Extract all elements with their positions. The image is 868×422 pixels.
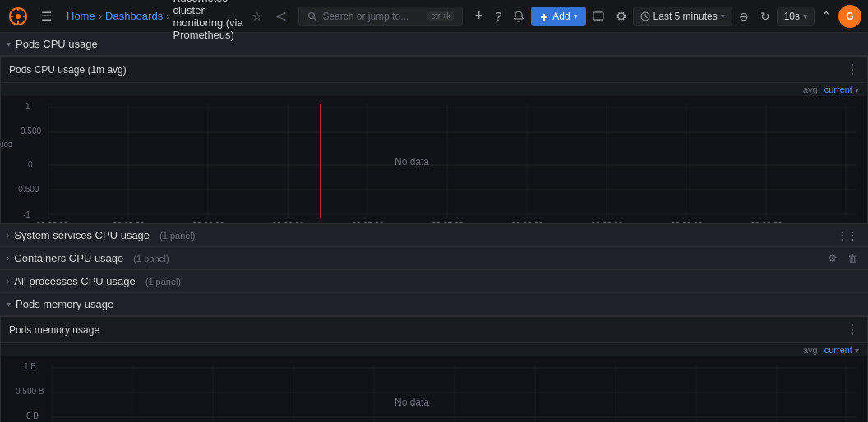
pods-memory-section-header[interactable]: ▾ Pods memory usage bbox=[0, 293, 868, 316]
svg-text:-0.500: -0.500 bbox=[16, 185, 39, 194]
pods-memory-panel-menu[interactable]: ⋮ bbox=[846, 322, 859, 337]
topbar: ☰ Home › Dashboards › Kubernetes cluster… bbox=[0, 0, 868, 33]
interval-label: 10s bbox=[784, 11, 800, 22]
svg-text:0.500 B: 0.500 B bbox=[16, 387, 44, 396]
pods-cpu-chart-area: cores 1 0.500 0 -0.500 -1 bbox=[1, 96, 867, 223]
svg-text:1: 1 bbox=[25, 102, 30, 111]
memory-legend-avg[interactable]: avg bbox=[803, 345, 818, 355]
svg-point-1 bbox=[16, 14, 21, 19]
pods-memory-chart-area: 1 B 0.500 B 0 B -0.500 B No data bbox=[1, 356, 867, 422]
menu-icon[interactable]: ☰ bbox=[36, 6, 57, 27]
pods-cpu-y-axis-label: cores bbox=[0, 138, 67, 153]
svg-text:22:05:00: 22:05:00 bbox=[36, 222, 68, 223]
svg-point-7 bbox=[277, 15, 279, 17]
containers-cpu-chevron: › bbox=[7, 254, 9, 263]
memory-legend-current[interactable]: current ▾ bbox=[824, 345, 859, 355]
system-services-actions: ⋮⋮ bbox=[833, 227, 861, 243]
legend-avg[interactable]: avg bbox=[803, 85, 818, 94]
system-services-title: System services CPU usage bbox=[14, 229, 150, 241]
add-button[interactable]: Add ▾ bbox=[531, 7, 585, 26]
breadcrumb-sep1: › bbox=[99, 10, 102, 22]
svg-text:22:08:00: 22:08:00 bbox=[511, 222, 543, 223]
svg-point-11 bbox=[309, 12, 315, 18]
memory-legend-caret: ▾ bbox=[855, 346, 859, 355]
containers-settings-icon[interactable]: ⚙ bbox=[824, 250, 841, 266]
search-bar[interactable]: Search or jump to... ctrl+k bbox=[298, 7, 463, 26]
refresh-icon[interactable]: ↻ bbox=[755, 7, 775, 26]
pods-cpu-chevron: ▾ bbox=[7, 39, 11, 48]
pods-memory-chevron: ▾ bbox=[7, 300, 11, 309]
add-caret: ▾ bbox=[574, 12, 578, 21]
time-range-button[interactable]: Last 5 minutes ▾ bbox=[633, 7, 732, 26]
containers-cpu-panel-count: (1 panel) bbox=[133, 254, 169, 264]
breadcrumb-dashboards[interactable]: Dashboards bbox=[105, 10, 163, 22]
svg-text:22:08:30: 22:08:30 bbox=[591, 222, 623, 223]
collapse-sidebar-icon[interactable]: ⌃ bbox=[816, 6, 837, 27]
svg-text:0 B: 0 B bbox=[26, 411, 39, 420]
svg-line-12 bbox=[314, 17, 317, 21]
y-axis-text: cores bbox=[0, 140, 12, 149]
breadcrumb-current: Kubernetes cluster monitoring (via Prome… bbox=[173, 0, 243, 41]
svg-text:22:07:30: 22:07:30 bbox=[432, 222, 464, 223]
pods-cpu-legend: avg current ▾ bbox=[1, 83, 867, 96]
svg-text:-1: -1 bbox=[23, 210, 30, 219]
interval-button[interactable]: 10s ▾ bbox=[777, 7, 815, 26]
svg-line-18 bbox=[645, 16, 648, 18]
pods-cpu-panel: Pods CPU usage (1m avg) ⋮ avg current ▾ … bbox=[0, 56, 868, 224]
topbar-right-icons: + ? Add ▾ ⚙ bbox=[469, 4, 861, 28]
zoom-out-icon[interactable]: ⊖ bbox=[734, 7, 754, 26]
all-processes-panel-count: (1 panel) bbox=[145, 277, 181, 287]
svg-text:0.500: 0.500 bbox=[21, 126, 41, 135]
all-processes-section-header[interactable]: › All processes CPU usage (1 panel) bbox=[0, 270, 868, 293]
pods-memory-chart-svg: 1 B 0.500 B 0 B -0.500 B No data bbox=[1, 356, 867, 422]
svg-text:0: 0 bbox=[28, 160, 33, 169]
dashboard-settings-icon[interactable]: ⚙ bbox=[611, 6, 631, 27]
logo[interactable] bbox=[7, 5, 30, 28]
tv-mode-icon[interactable] bbox=[588, 8, 609, 25]
share-icon[interactable] bbox=[270, 7, 292, 25]
breadcrumb-home[interactable]: Home bbox=[67, 10, 95, 22]
system-services-chevron: › bbox=[7, 231, 9, 240]
all-processes-chevron: › bbox=[7, 277, 9, 286]
legend-current-label: current bbox=[824, 85, 852, 94]
svg-text:22:06:00: 22:06:00 bbox=[192, 222, 224, 223]
containers-cpu-title: Containers CPU usage bbox=[14, 252, 123, 264]
breadcrumb-sep2: › bbox=[166, 10, 169, 22]
containers-cpu-section-header[interactable]: › Containers CPU usage (1 panel) ⚙ 🗑 bbox=[0, 247, 868, 270]
user-avatar[interactable]: G bbox=[838, 5, 861, 28]
svg-text:1 B: 1 B bbox=[24, 362, 36, 371]
breadcrumb: Home › Dashboards › Kubernetes cluster m… bbox=[67, 0, 292, 41]
pods-memory-panel: Pods memory usage ⋮ avg current ▾ 1 B 0.… bbox=[0, 316, 868, 422]
plus-icon[interactable]: + bbox=[469, 4, 488, 28]
svg-text:No data: No data bbox=[395, 397, 429, 408]
help-icon[interactable]: ? bbox=[490, 6, 506, 26]
add-label: Add bbox=[552, 11, 570, 22]
containers-delete-icon[interactable]: 🗑 bbox=[844, 250, 861, 266]
time-range-caret: ▾ bbox=[721, 11, 725, 21]
system-services-panel-count: (1 panel) bbox=[159, 231, 195, 241]
svg-line-10 bbox=[279, 16, 284, 19]
pods-cpu-panel-menu[interactable]: ⋮ bbox=[846, 62, 859, 77]
time-range-label: Last 5 minutes bbox=[653, 11, 718, 22]
svg-point-8 bbox=[284, 18, 286, 21]
svg-text:22:09:00: 22:09:00 bbox=[671, 222, 703, 223]
pods-memory-title: Pods memory usage bbox=[16, 298, 113, 310]
svg-rect-13 bbox=[593, 12, 603, 20]
bell-icon[interactable] bbox=[508, 7, 529, 25]
system-services-section-header[interactable]: › System services CPU usage (1 panel) ⋮⋮ bbox=[0, 224, 868, 247]
favorite-icon[interactable]: ☆ bbox=[247, 6, 267, 27]
pods-memory-panel-header: Pods memory usage ⋮ bbox=[1, 317, 867, 343]
svg-text:22:06:30: 22:06:30 bbox=[272, 222, 304, 223]
interval-caret: ▾ bbox=[803, 11, 807, 21]
svg-text:22:07:00: 22:07:00 bbox=[352, 222, 384, 223]
memory-legend-current-label: current bbox=[824, 345, 852, 355]
pods-cpu-title: Pods CPU usage bbox=[16, 38, 98, 50]
system-services-dots-icon[interactable]: ⋮⋮ bbox=[833, 227, 861, 243]
legend-current-caret: ▾ bbox=[855, 85, 859, 94]
all-processes-title: All processes CPU usage bbox=[14, 275, 135, 287]
shortcut-key: ctrl+k bbox=[427, 11, 454, 21]
svg-line-9 bbox=[279, 13, 284, 16]
svg-text:22:09:30: 22:09:30 bbox=[750, 222, 783, 223]
pods-memory-legend: avg current ▾ bbox=[1, 343, 867, 356]
legend-current[interactable]: current ▾ bbox=[824, 85, 859, 94]
